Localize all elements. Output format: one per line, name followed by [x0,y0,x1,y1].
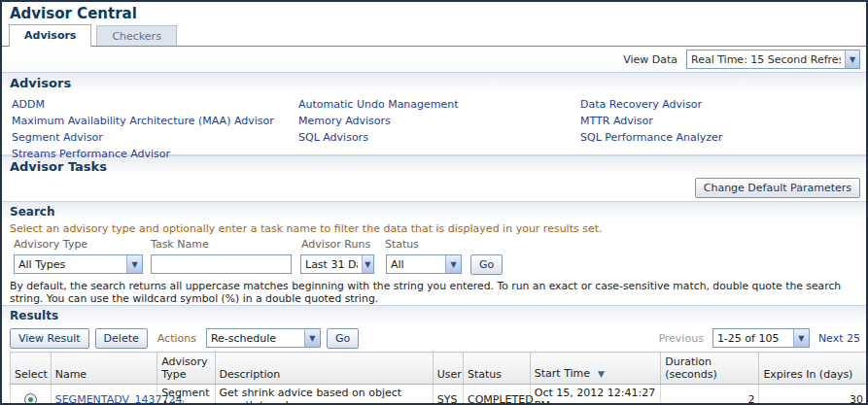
start-time-header-label: Start Time [535,367,590,380]
search-controls: All Types ▼ Last 31 Days ▼ All ▼ Go [2,253,866,276]
search-title: Search [10,205,866,219]
link-automatic-undo-management[interactable]: Automatic Undo Management [298,96,580,113]
chevron-down-icon: ▼ [445,255,461,273]
name-cell: SEGMENTADV_1437724 [51,385,156,405]
link-segment-advisor[interactable]: Segment Advisor [12,129,298,146]
col-header-expires[interactable]: Expires In (days) [759,353,868,385]
view-data-select[interactable]: Real Time: 15 Second Refresh ▼ [686,50,860,69]
link-maa-advisor[interactable]: Maximum Availability Architecture (MAA) … [12,113,298,129]
radio-dot-icon [28,397,33,402]
search-go-button[interactable]: Go [470,254,503,275]
actions-go-button[interactable]: Go [327,328,359,349]
advisory-type-select[interactable]: All Types ▼ [14,254,143,274]
results-title: Results [10,309,866,322]
start-time-cell: Oct 15, 2012 12:41:27 PM [530,385,660,405]
advisor-tasks-actions-row: Change Default Parameters [2,176,866,201]
search-tip-text: Select an advisory type and optionally e… [2,220,866,236]
select-cell [11,385,52,405]
col-header-user[interactable]: User [433,353,463,385]
duration-cell: 2 [661,385,759,405]
chevron-down-icon: ▼ [126,255,142,273]
col-header-select: Select [11,353,52,385]
tab-bar: Advisors Checkers [2,23,866,47]
tab-checkers[interactable]: Checkers [96,25,176,46]
tab-advisors[interactable]: Advisors [9,24,91,47]
link-sql-advisors[interactable]: SQL Advisors [298,129,580,146]
col-header-description[interactable]: Description [215,353,433,385]
advisory-type-cell: Segment Advisor [157,385,215,405]
status-label: Status [385,238,419,253]
results-table: Select Name Advisory Type Description Us… [10,352,868,405]
search-field-labels: Advisory Type Task Name Advisor Runs Sta… [2,238,866,253]
table-header-row: Select Name Advisory Type Description Us… [11,353,868,385]
link-memory-advisors[interactable]: Memory Advisors [298,113,580,129]
actions-select[interactable]: Re-schedule ▼ [206,328,321,348]
col-header-start-time[interactable]: Start Time▼ [530,353,660,385]
actions-label: Actions [157,332,196,345]
advisor-runs-value: Last 31 Days [305,258,358,271]
chevron-down-icon: ▼ [793,329,809,347]
next-25-link[interactable]: Next 25 [818,332,860,345]
chevron-down-icon: ▼ [362,255,373,273]
advisor-links: ADDM Maximum Availability Architecture (… [2,92,866,154]
col-header-duration[interactable]: Duration (seconds) [661,353,759,385]
results-toolbar: View Result Delete Actions Re-schedule ▼… [2,324,866,352]
table-row: SEGMENTADV_1437724 Segment Advisor Get s… [11,385,868,405]
description-cell: Get shrink advice based on object growth… [215,385,433,405]
previous-link-disabled: Previous [658,332,704,345]
user-cell: SYS [433,385,463,405]
sort-descending-icon[interactable]: ▼ [598,369,605,379]
advisor-runs-select[interactable]: Last 31 Days ▼ [300,254,374,274]
advisor-runs-label: Advisor Runs [301,238,385,253]
link-sql-performance-analyzer[interactable]: SQL Performance Analyzer [580,129,866,146]
advisory-type-label: Advisory Type [14,238,151,253]
results-section-header: Results [2,305,866,324]
view-data-value: Real Time: 15 Second Refresh [691,53,841,66]
task-name-input[interactable] [151,254,292,274]
status-value: All [391,258,404,271]
advisor-central-page: Advisor Central Advisors Checkers View D… [0,0,868,405]
link-data-recovery-advisor[interactable]: Data Recovery Advisor [580,96,866,113]
col-header-status[interactable]: Status [463,353,530,385]
link-addm[interactable]: ADDM [12,96,298,113]
expires-cell: 30 [759,385,868,405]
actions-value: Re-schedule [211,332,276,345]
change-default-parameters-button[interactable]: Change Default Parameters [695,178,860,198]
col-header-advisory-type[interactable]: Advisory Type [157,353,215,385]
page-range-value: 1-25 of 105 [717,332,780,345]
status-select[interactable]: All ▼ [386,254,462,274]
search-section-header: Search [2,201,866,220]
delete-button[interactable]: Delete [95,328,148,349]
row-select-radio-selected[interactable] [24,393,37,405]
search-note-text: By default, the search returns all upper… [2,276,866,305]
page-title: Advisor Central [2,2,866,23]
col-header-name[interactable]: Name [51,353,156,385]
link-mttr-advisor[interactable]: MTTR Advisor [580,113,866,129]
view-data-label: View Data [623,53,677,66]
view-result-button[interactable]: View Result [10,328,89,349]
view-data-row: View Data Real Time: 15 Second Refresh ▼ [2,47,866,72]
advisors-section-header: Advisors [2,72,866,92]
chevron-down-icon: ▼ [304,329,320,347]
task-name-label: Task Name [151,238,301,253]
chevron-down-icon: ▼ [845,51,859,68]
advisors-section-title: Advisors [10,76,866,90]
status-cell: COMPLETED [463,385,530,405]
advisory-type-value: All Types [18,258,65,271]
pagination: Previous 1-25 of 105 ▼ Next 25 [658,328,860,348]
page-range-select[interactable]: 1-25 of 105 ▼ [712,328,810,348]
